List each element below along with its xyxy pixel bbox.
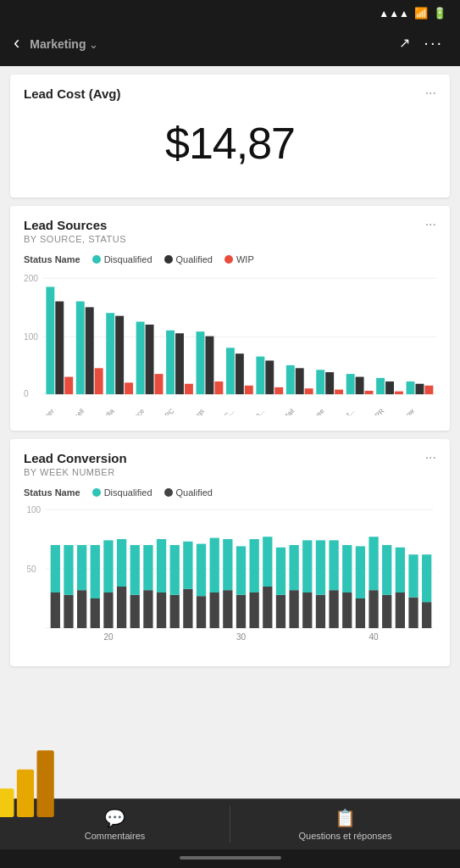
svg-rect-114 <box>382 545 391 595</box>
svg-text:Blogs: Blogs <box>188 407 206 415</box>
back-button[interactable]: ‹ <box>14 32 19 54</box>
svg-text:40: 40 <box>369 632 379 642</box>
svg-rect-44 <box>335 390 343 394</box>
svg-rect-100 <box>289 545 298 590</box>
svg-rect-111 <box>369 591 378 629</box>
svg-rect-103 <box>316 595 325 628</box>
svg-text:Social Media: Social Media <box>82 407 116 415</box>
lead-sources-more-button[interactable]: ··· <box>425 218 436 231</box>
svg-text:Trade show: Trade show <box>385 407 416 415</box>
svg-rect-84 <box>183 542 192 589</box>
svg-rect-52 <box>395 392 403 394</box>
svg-rect-113 <box>382 595 391 628</box>
svg-rect-50 <box>376 378 385 394</box>
svg-rect-73 <box>117 587 126 628</box>
header-more-button[interactable]: ··· <box>420 30 446 56</box>
wifi-icon: 📶 <box>414 7 428 19</box>
svg-rect-112 <box>369 537 378 591</box>
svg-rect-88 <box>210 538 219 593</box>
svg-text:30: 30 <box>236 632 247 642</box>
svg-rect-36 <box>274 387 283 394</box>
svg-rect-83 <box>183 589 192 628</box>
lead-sources-chart-area: 200 100 0 PartnerUpsellSocial MediaConfe… <box>24 270 436 419</box>
svg-rect-95 <box>263 587 272 628</box>
lead-conversion-more-button[interactable]: ··· <box>425 451 436 465</box>
svg-rect-27 <box>205 337 213 394</box>
svg-rect-34 <box>256 357 264 395</box>
svg-rect-82 <box>170 545 180 595</box>
lead-sources-legend: Status Name Disqualified Qualified WIP <box>24 254 436 264</box>
svg-rect-30 <box>226 348 235 394</box>
lead-conversion-card: Lead Conversion BY WEEK NUMBER ··· Statu… <box>10 439 450 666</box>
svg-rect-90 <box>223 539 232 590</box>
svg-rect-97 <box>276 595 285 628</box>
disqualified-label: Disqualified <box>104 254 152 264</box>
svg-text:PPC: PPC <box>160 407 175 415</box>
svg-rect-40 <box>305 388 313 394</box>
svg-rect-22 <box>166 331 175 394</box>
svg-text:Upsell: Upsell <box>67 407 86 415</box>
svg-rect-6 <box>46 287 54 394</box>
svg-rect-68 <box>77 545 86 590</box>
svg-text:100: 100 <box>24 332 38 342</box>
svg-rect-7 <box>55 302 64 395</box>
svg-rect-81 <box>170 595 180 628</box>
nav-qa[interactable]: 📋 Questions et réponses <box>230 799 460 849</box>
svg-rect-65 <box>64 595 73 628</box>
svg-rect-77 <box>143 591 152 629</box>
svg-rect-126 <box>37 750 54 817</box>
svg-rect-18 <box>136 322 145 395</box>
qualified-dot <box>164 255 173 264</box>
qa-label: Questions et réponses <box>298 831 391 841</box>
comments-icon: 💬 <box>104 808 125 828</box>
svg-rect-86 <box>197 544 206 597</box>
svg-rect-78 <box>143 545 152 590</box>
svg-rect-28 <box>214 381 223 394</box>
svg-rect-69 <box>91 598 100 628</box>
svg-rect-91 <box>236 595 246 628</box>
lead-conversion-title: Lead Conversion <box>24 451 127 465</box>
wip-dot <box>224 255 233 264</box>
svg-rect-105 <box>329 591 338 629</box>
svg-rect-107 <box>342 593 352 628</box>
svg-rect-93 <box>250 593 259 628</box>
page-title: Marketing ⌄ <box>30 33 389 53</box>
lead-cost-more-button[interactable]: ··· <box>425 86 436 100</box>
svg-rect-71 <box>103 593 113 628</box>
expand-button[interactable]: ↗ <box>396 31 413 54</box>
svg-rect-94 <box>250 539 259 593</box>
svg-rect-70 <box>91 545 100 598</box>
svg-rect-80 <box>157 539 166 593</box>
lead-conversion-chart: 100 50 203040 <box>24 503 436 651</box>
svg-rect-8 <box>64 377 73 395</box>
lead-sources-card: Lead Sources BY SOURCE, STATUS ··· Statu… <box>10 206 450 431</box>
svg-text:0: 0 <box>24 389 29 398</box>
svg-rect-39 <box>296 368 304 394</box>
battery-icon: 🔋 <box>433 7 446 19</box>
svg-rect-54 <box>407 381 415 394</box>
signal-icon: ▲▲▲ <box>379 8 409 19</box>
svg-text:Telemarket...: Telemarket... <box>323 407 356 415</box>
svg-rect-102 <box>302 541 312 593</box>
svg-rect-85 <box>197 597 206 629</box>
svg-rect-125 <box>17 770 34 817</box>
svg-text:Direct Mail: Direct Mail <box>268 407 297 415</box>
lead-sources-chart: 200 100 0 PartnerUpsellSocial MediaConfe… <box>24 270 436 415</box>
lead-sources-title: Lead Sources <box>24 218 126 232</box>
svg-rect-24 <box>185 384 193 394</box>
main-content: Lead Cost (Avg) ··· $14,87 Lead Sources … <box>0 66 460 798</box>
home-bar <box>180 856 281 860</box>
bottom-navigation: 💬 Commentaires 📋 Questions et réponses <box>0 798 460 849</box>
svg-rect-108 <box>342 545 352 593</box>
svg-rect-66 <box>64 545 73 595</box>
svg-rect-118 <box>408 555 418 598</box>
svg-text:Partner: Partner <box>35 407 56 415</box>
svg-rect-56 <box>424 386 433 394</box>
svg-rect-119 <box>422 603 431 629</box>
conv-qualified-label: Qualified <box>176 487 213 498</box>
svg-rect-92 <box>236 547 246 595</box>
comments-label: Commentaires <box>85 831 146 841</box>
svg-rect-35 <box>265 360 274 394</box>
qa-icon: 📋 <box>335 808 356 828</box>
lead-cost-title: Lead Cost (Avg) <box>24 86 120 101</box>
